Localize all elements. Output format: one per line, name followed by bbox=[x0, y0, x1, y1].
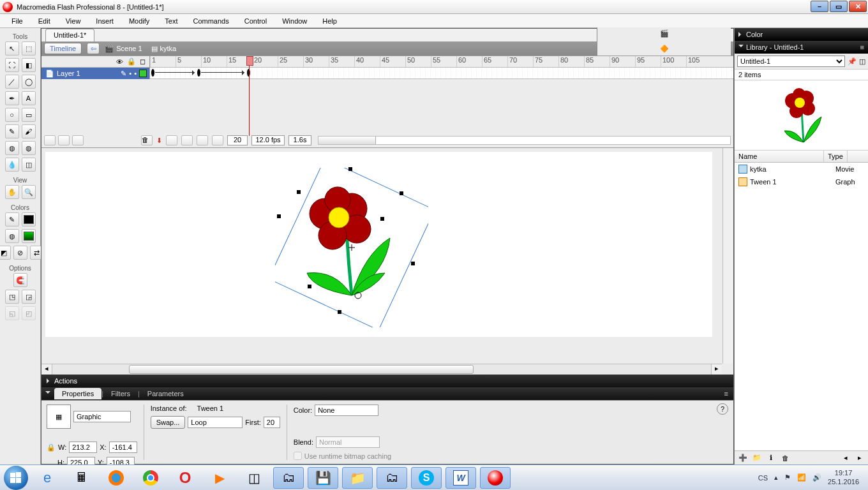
crumb-symbol[interactable]: kytka bbox=[160, 45, 177, 52]
lock-wh-icon[interactable]: 🔒 bbox=[47, 443, 56, 452]
tray-flag-icon[interactable]: ⚑ bbox=[784, 473, 791, 482]
taskbar-folder1-icon[interactable]: 📁 bbox=[342, 467, 373, 489]
actions-panel-header[interactable]: Actions bbox=[41, 375, 733, 387]
eraser-tool-icon[interactable]: ◫ bbox=[22, 158, 36, 172]
new-library-icon[interactable]: ◫ bbox=[859, 57, 865, 66]
scroll-right-icon[interactable]: ▸ bbox=[854, 453, 865, 463]
taskbar-opera-icon[interactable]: O bbox=[170, 467, 200, 489]
close-button[interactable]: ✕ bbox=[849, 1, 867, 12]
color-effect-select[interactable]: None bbox=[315, 405, 378, 416]
taskbar-save-icon[interactable]: 💾 bbox=[308, 467, 338, 489]
option1-icon[interactable]: ◳ bbox=[5, 290, 19, 304]
help-icon[interactable]: ? bbox=[717, 403, 728, 415]
library-panel-header[interactable]: Library - Untitled-1 ≡ bbox=[735, 41, 868, 54]
fill-color-icon[interactable]: ◍ bbox=[5, 229, 19, 243]
delete-layer-icon[interactable]: 🗑 bbox=[141, 135, 153, 145]
keyframe-icon[interactable] bbox=[197, 69, 200, 77]
timeline-frames[interactable] bbox=[150, 68, 733, 79]
stroke-swatch[interactable] bbox=[22, 212, 36, 226]
loop-select[interactable]: Loop bbox=[188, 417, 243, 428]
new-folder-icon[interactable]: 📁 bbox=[751, 453, 763, 463]
menu-edit[interactable]: Edit bbox=[31, 15, 58, 27]
gradient-tool-icon[interactable]: ◧ bbox=[22, 58, 36, 72]
edit-scene-icon[interactable]: 🎬 bbox=[658, 27, 671, 39]
menu-text[interactable]: Text bbox=[157, 15, 185, 27]
tray-clock[interactable]: 19:17 25.1.2016 bbox=[828, 469, 859, 486]
taskbar-skype-icon[interactable]: S bbox=[411, 467, 442, 489]
color-panel-header[interactable]: Color bbox=[735, 28, 868, 41]
no-color-icon[interactable]: ⊘ bbox=[13, 246, 27, 260]
transform-handle[interactable] bbox=[411, 262, 415, 265]
transform-handle[interactable] bbox=[380, 217, 384, 221]
outline-icon[interactable]: ◻ bbox=[140, 57, 146, 66]
brush-tool-icon[interactable]: 🖌 bbox=[22, 124, 36, 138]
option3-icon[interactable]: ◱ bbox=[5, 306, 19, 320]
width-field[interactable] bbox=[69, 442, 97, 453]
pencil-tool-icon[interactable]: ✎ bbox=[5, 124, 19, 138]
line-tool-icon[interactable]: ／ bbox=[5, 75, 19, 89]
taskbar-chrome-icon[interactable] bbox=[135, 467, 166, 489]
first-frame-field[interactable] bbox=[264, 417, 280, 428]
maximize-button[interactable]: ▭ bbox=[830, 1, 848, 12]
menu-help[interactable]: Help bbox=[315, 15, 345, 27]
add-layer-icon[interactable] bbox=[44, 135, 56, 145]
transform-handle[interactable] bbox=[338, 310, 341, 314]
zoom-tool-icon[interactable]: 🔍 bbox=[22, 185, 36, 199]
text-tool-icon[interactable]: A bbox=[22, 91, 36, 105]
keyframe-icon[interactable] bbox=[151, 69, 154, 77]
tab-properties[interactable]: Properties bbox=[54, 388, 101, 399]
rectangle-tool-icon[interactable]: ▭ bbox=[22, 108, 36, 122]
stage[interactable] bbox=[45, 152, 712, 337]
new-symbol-icon[interactable]: ➕ bbox=[737, 453, 749, 463]
onion-outline-icon[interactable] bbox=[181, 135, 193, 145]
swap-button[interactable]: Swap... bbox=[151, 416, 186, 429]
panel-menu-icon[interactable]: ≡ bbox=[724, 390, 728, 397]
menu-insert[interactable]: Insert bbox=[88, 15, 121, 27]
taskbar-firefox-icon[interactable] bbox=[101, 467, 131, 489]
tray-network-icon[interactable]: 📶 bbox=[797, 473, 806, 482]
col-type[interactable]: Type bbox=[824, 151, 848, 162]
onion-skin-icon[interactable] bbox=[166, 135, 177, 145]
subselect-tool-icon[interactable]: ⬚ bbox=[22, 41, 36, 56]
stroke-color-icon[interactable]: ✎ bbox=[5, 212, 19, 226]
add-folder-icon[interactable] bbox=[72, 135, 84, 145]
menu-file[interactable]: File bbox=[4, 15, 31, 27]
option4-icon[interactable]: ◰ bbox=[22, 306, 36, 320]
taskbar-app2-icon[interactable]: 🗂 bbox=[273, 467, 304, 489]
timeline-hscroll[interactable] bbox=[318, 136, 731, 145]
vertical-scrollbar[interactable] bbox=[722, 148, 733, 364]
edit-multi-icon[interactable] bbox=[197, 135, 208, 145]
document-tab[interactable]: Untitled-1* bbox=[45, 29, 94, 41]
pen-tool-icon[interactable]: ✒ bbox=[5, 91, 19, 105]
menu-modify[interactable]: Modify bbox=[121, 15, 157, 27]
menu-window[interactable]: Window bbox=[274, 15, 315, 27]
onion-markers-icon[interactable] bbox=[212, 135, 223, 145]
eye-icon[interactable]: 👁 bbox=[116, 58, 123, 66]
back-button[interactable]: ⇦ bbox=[87, 43, 100, 54]
pin-icon[interactable]: 📌 bbox=[848, 57, 857, 66]
free-transform-tool-icon[interactable]: ⛶ bbox=[5, 58, 19, 72]
eyedropper-tool-icon[interactable]: 💧 bbox=[5, 158, 19, 172]
crumb-scene[interactable]: Scene 1 bbox=[116, 45, 142, 52]
taskbar-flash-icon[interactable] bbox=[480, 467, 511, 489]
snap-icon[interactable]: 🧲 bbox=[13, 273, 27, 287]
default-colors-icon[interactable]: ◩ bbox=[0, 246, 11, 260]
selection-tool-icon[interactable]: ↖ bbox=[5, 41, 19, 56]
option2-icon[interactable]: ◲ bbox=[22, 290, 36, 304]
menu-control[interactable]: Control bbox=[237, 15, 274, 27]
transform-handle[interactable] bbox=[348, 167, 352, 171]
timeline-ruler[interactable]: 1510152025303540455055606570758085909510… bbox=[150, 56, 733, 68]
taskbar-calc-icon[interactable]: 🖩 bbox=[66, 467, 97, 489]
menu-view[interactable]: View bbox=[58, 15, 89, 27]
ink-bottle-tool-icon[interactable]: ◍ bbox=[5, 141, 19, 155]
tray-expand-icon[interactable]: ▴ bbox=[774, 473, 778, 482]
library-item[interactable]: Tween 1 Graph bbox=[735, 175, 868, 188]
transform-handle[interactable] bbox=[277, 214, 281, 218]
oval-tool-icon[interactable]: ○ bbox=[5, 108, 19, 122]
tab-filters[interactable]: Filters bbox=[103, 388, 138, 399]
edit-symbol-icon[interactable]: 🔶 bbox=[658, 43, 671, 54]
library-doc-select[interactable]: Untitled-1 bbox=[737, 56, 845, 67]
transform-handle[interactable] bbox=[400, 191, 403, 195]
paint-bucket-tool-icon[interactable]: ◍ bbox=[22, 141, 36, 155]
transform-handle[interactable] bbox=[297, 190, 301, 194]
